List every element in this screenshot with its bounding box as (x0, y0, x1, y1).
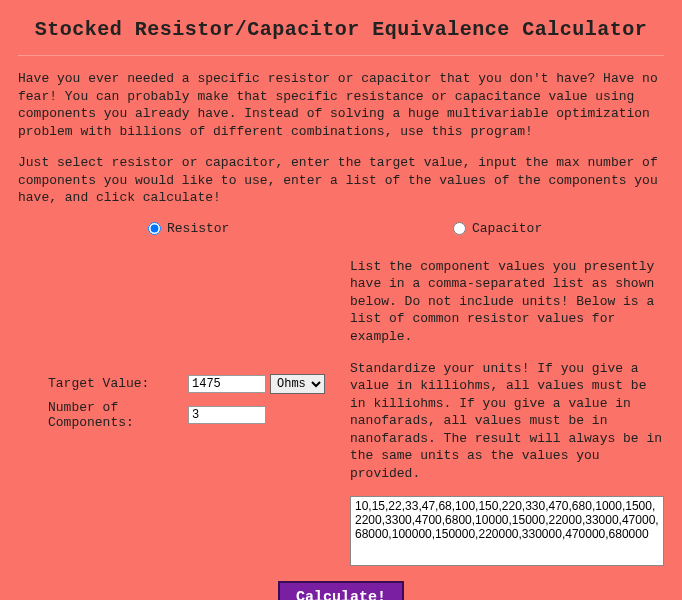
divider (18, 55, 664, 56)
radio-resistor-input[interactable] (148, 222, 161, 235)
unit-select[interactable]: Ohms (270, 374, 325, 394)
num-components-label: Number of Components: (18, 400, 188, 430)
component-values-textarea[interactable] (350, 496, 664, 566)
calculate-button[interactable]: Calculate! (278, 581, 404, 600)
num-components-input[interactable] (188, 406, 266, 424)
page-title: Stocked Resistor/Capacitor Equivalence C… (18, 18, 664, 41)
instructions-units: Standardize your units! If you give a va… (350, 360, 664, 483)
instructions-list-values: List the component values you presently … (350, 258, 664, 346)
radio-capacitor[interactable]: Capacitor (453, 221, 542, 236)
radio-capacitor-input[interactable] (453, 222, 466, 235)
intro-paragraph-1: Have you ever needed a specific resistor… (18, 70, 664, 140)
target-value-input[interactable] (188, 375, 266, 393)
target-value-label: Target Value: (18, 376, 188, 391)
radio-resistor-label: Resistor (167, 221, 229, 236)
radio-resistor[interactable]: Resistor (148, 221, 229, 236)
intro-paragraph-2: Just select resistor or capacitor, enter… (18, 154, 664, 207)
radio-capacitor-label: Capacitor (472, 221, 542, 236)
